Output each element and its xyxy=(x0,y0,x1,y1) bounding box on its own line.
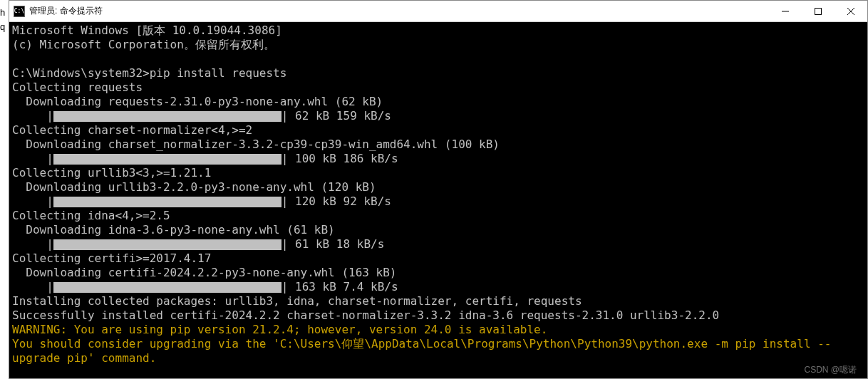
output-line: Successfully installed certifi-2024.2.2 … xyxy=(12,308,864,323)
progress-text: | xyxy=(281,237,289,251)
progress-indent: | xyxy=(12,152,53,166)
cmd-app-icon: C:\ xyxy=(14,6,25,17)
progress-bar xyxy=(53,282,281,293)
progress-bar xyxy=(53,111,281,122)
progress-line: | | 163 kB 7.4 kB/s xyxy=(12,280,864,294)
progress-indent: | xyxy=(12,109,53,123)
progress-bar xyxy=(53,197,281,207)
progress-text: 163 kB 7.4 kB/s xyxy=(288,280,398,294)
progress-indent: | xyxy=(12,237,53,251)
watermark: CSDN @嗯诺 xyxy=(804,364,857,376)
progress-text: 120 kB 92 kB/s xyxy=(288,194,391,209)
output-line: Collecting certifi>=2017.4.17 xyxy=(12,251,864,266)
output-line: Collecting requests xyxy=(12,81,864,95)
progress-line: | | 61 kB 18 kB/s xyxy=(12,237,864,251)
output-line: Installing collected packages: urllib3, … xyxy=(12,294,864,308)
warning-line: You should consider upgrading via the 'C… xyxy=(12,337,864,351)
window-title: 管理员: 命令提示符 xyxy=(29,5,103,17)
output-line: Downloading urllib3-2.2.0-py3-none-any.w… xyxy=(12,180,864,194)
progress-line: | | 120 kB 92 kB/s xyxy=(12,194,864,209)
title-left: C:\ 管理员: 命令提示符 xyxy=(14,5,103,17)
progress-line: | | 62 kB 159 kB/s xyxy=(12,109,864,123)
progress-text: | xyxy=(281,152,289,166)
left-truncation: h q xyxy=(0,0,9,379)
progress-indent: | xyxy=(12,280,53,294)
close-button[interactable] xyxy=(835,1,867,21)
titlebar[interactable]: C:\ 管理员: 命令提示符 xyxy=(9,1,867,22)
maximize-button[interactable] xyxy=(802,1,835,21)
header-line: Microsoft Windows [版本 10.0.19044.3086] xyxy=(12,24,864,38)
progress-text: | xyxy=(281,280,289,294)
output-line: Collecting idna<4,>=2.5 xyxy=(12,209,864,223)
progress-indent: | xyxy=(12,194,53,209)
progress-line: | | 100 kB 186 kB/s xyxy=(12,152,864,166)
output-line: Collecting charset-normalizer<4,>=2 xyxy=(12,123,864,137)
output-line: Downloading idna-3.6-py3-none-any.whl (6… xyxy=(12,223,864,237)
progress-bar xyxy=(53,239,281,250)
header-line: (c) Microsoft Corporation。保留所有权利。 xyxy=(12,38,864,52)
progress-text: | xyxy=(281,109,289,123)
output-line: Downloading requests-2.31.0-py3-none-any… xyxy=(12,95,864,109)
progress-bar xyxy=(53,154,281,165)
svg-rect-1 xyxy=(815,8,822,14)
prompt-line: C:\Windows\system32>pip install requests xyxy=(12,66,864,81)
output-line: Downloading certifi-2024.2.2-py3-none-an… xyxy=(12,266,864,280)
progress-text: 61 kB 18 kB/s xyxy=(288,237,384,251)
warning-line: upgrade pip' command. xyxy=(12,351,864,365)
progress-text: 100 kB 186 kB/s xyxy=(288,152,398,166)
output-line: Collecting urllib3<3,>=1.21.1 xyxy=(12,166,864,180)
progress-text: | xyxy=(281,194,289,209)
progress-text: 62 kB 159 kB/s xyxy=(288,109,391,123)
terminal-output[interactable]: Microsoft Windows [版本 10.0.19044.3086] (… xyxy=(9,22,867,378)
command-prompt-window: C:\ 管理员: 命令提示符 Microsoft Windows [版本 10.… xyxy=(9,0,868,379)
warning-line: WARNING: You are using pip version 21.2.… xyxy=(12,323,864,337)
blank-line xyxy=(12,52,864,66)
output-line: Downloading charset_normalizer-3.3.2-cp3… xyxy=(12,137,864,152)
window-controls xyxy=(769,1,867,21)
minimize-button[interactable] xyxy=(769,1,802,21)
